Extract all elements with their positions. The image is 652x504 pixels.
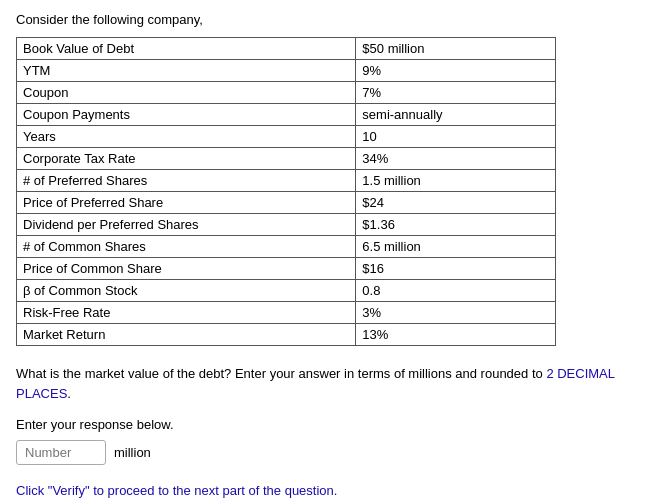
table-row: Price of Preferred Share$24	[17, 192, 556, 214]
table-row: Risk-Free Rate3%	[17, 302, 556, 324]
row-label: Price of Preferred Share	[17, 192, 356, 214]
table-row: Dividend per Preferred Shares$1.36	[17, 214, 556, 236]
row-label: Coupon	[17, 82, 356, 104]
row-label: Dividend per Preferred Shares	[17, 214, 356, 236]
row-label: Corporate Tax Rate	[17, 148, 356, 170]
data-table: Book Value of Debt$50 millionYTM9%Coupon…	[16, 37, 556, 346]
row-label: Book Value of Debt	[17, 38, 356, 60]
table-row: Years10	[17, 126, 556, 148]
row-value: 6.5 million	[356, 236, 556, 258]
row-value: 1.5 million	[356, 170, 556, 192]
question-prefix: What is the market value of the debt? En…	[16, 366, 546, 381]
row-label: Coupon Payments	[17, 104, 356, 126]
enter-response-label: Enter your response below.	[16, 417, 636, 432]
row-value: 9%	[356, 60, 556, 82]
table-row: Price of Common Share$16	[17, 258, 556, 280]
table-row: # of Preferred Shares1.5 million	[17, 170, 556, 192]
row-value: $1.36	[356, 214, 556, 236]
row-value: 34%	[356, 148, 556, 170]
table-row: Coupon7%	[17, 82, 556, 104]
number-input[interactable]	[16, 440, 106, 465]
table-row: Book Value of Debt$50 million	[17, 38, 556, 60]
row-value: 10	[356, 126, 556, 148]
row-label: Market Return	[17, 324, 356, 346]
row-value: $50 million	[356, 38, 556, 60]
row-label: Price of Common Share	[17, 258, 356, 280]
row-value: 3%	[356, 302, 556, 324]
row-value: 13%	[356, 324, 556, 346]
intro-text: Consider the following company,	[16, 12, 636, 27]
row-value: $16	[356, 258, 556, 280]
row-value: 0.8	[356, 280, 556, 302]
row-value: 7%	[356, 82, 556, 104]
row-label: # of Common Shares	[17, 236, 356, 258]
row-label: # of Preferred Shares	[17, 170, 356, 192]
input-row: million	[16, 440, 636, 465]
table-row: Market Return13%	[17, 324, 556, 346]
row-value: $24	[356, 192, 556, 214]
row-value: semi-annually	[356, 104, 556, 126]
question-suffix: .	[67, 386, 71, 401]
table-row: β of Common Stock0.8	[17, 280, 556, 302]
row-label: YTM	[17, 60, 356, 82]
question-text: What is the market value of the debt? En…	[16, 364, 636, 403]
row-label: β of Common Stock	[17, 280, 356, 302]
table-row: YTM9%	[17, 60, 556, 82]
table-row: Coupon Paymentssemi-annually	[17, 104, 556, 126]
table-row: Corporate Tax Rate34%	[17, 148, 556, 170]
unit-label: million	[114, 445, 151, 460]
row-label: Risk-Free Rate	[17, 302, 356, 324]
verify-instruction: Click "Verify" to proceed to the next pa…	[16, 483, 636, 498]
table-row: # of Common Shares6.5 million	[17, 236, 556, 258]
row-label: Years	[17, 126, 356, 148]
